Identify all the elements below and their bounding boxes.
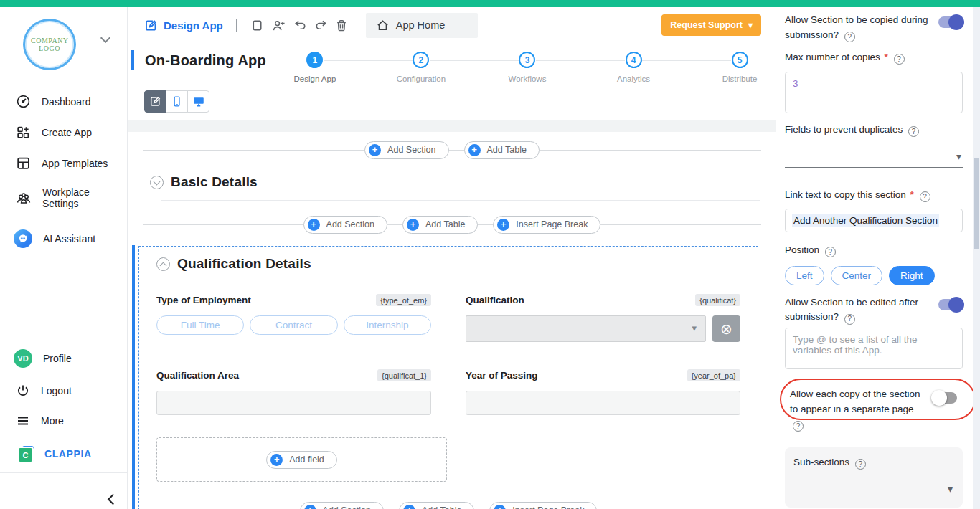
variable-badge: {type_of_em}	[376, 294, 431, 306]
chevron-down-circle-icon[interactable]	[150, 176, 164, 189]
field-year-of-passing[interactable]: Year of Passing {year_of_pa}	[466, 369, 740, 415]
request-support-button[interactable]: Request Support	[661, 14, 761, 36]
clappia-brand[interactable]: CLAPPIA	[0, 436, 128, 472]
field-type-of-employment[interactable]: Type of Employment {type_of_em} Full Tim…	[156, 294, 431, 342]
scrollbar-thumb[interactable]	[974, 158, 979, 249]
variables-hint-textarea[interactable]	[785, 328, 963, 369]
create-app-icon	[16, 125, 31, 140]
sidebar-item-create-app[interactable]: Create App	[0, 117, 127, 148]
prevent-duplicates-dropdown[interactable]	[785, 141, 963, 168]
app-toolbar: Design App App Home Request Support	[128, 7, 776, 43]
undo-icon[interactable]	[293, 19, 307, 32]
clappia-logo-icon	[17, 445, 36, 462]
power-icon	[16, 384, 30, 398]
redo-icon[interactable]	[314, 19, 328, 32]
add-section-button[interactable]: Add Section	[300, 502, 384, 509]
sidebar-item-label: App Templates	[42, 158, 108, 169]
design-app-button[interactable]: Design App	[144, 19, 223, 32]
field-label: Qualification Area	[156, 370, 239, 381]
step-workflows[interactable]: 3 Workflows	[519, 52, 536, 83]
year-of-passing-input[interactable]	[466, 391, 740, 415]
step-label: Design App	[294, 75, 336, 83]
sidebar-item-more[interactable]: More	[0, 406, 128, 436]
option-full-time[interactable]: Full Time	[156, 315, 244, 335]
sidebar-item-dashboard[interactable]: Dashboard	[0, 86, 127, 117]
plus-icon	[497, 219, 509, 231]
delete-icon[interactable]	[335, 19, 348, 32]
link-text-input[interactable]: Add Another Qualification Section	[785, 209, 963, 232]
variable-badge: {year_of_pa}	[687, 369, 740, 381]
add-section-button[interactable]: Add Section	[303, 216, 387, 234]
sidebar-item-app-templates[interactable]: App Templates	[0, 148, 127, 179]
help-icon[interactable]	[825, 247, 836, 257]
insert-page-break-button[interactable]: Insert Page Break	[489, 502, 597, 509]
add-table-label: Add Table	[487, 145, 527, 155]
setting-sub-sections: Sub-sections	[785, 447, 963, 508]
add-field-button[interactable]: Add field	[266, 451, 337, 469]
edit-after-submission-toggle[interactable]	[938, 299, 963, 310]
step-analytics[interactable]: 4 Analytics	[625, 52, 642, 83]
sub-sections-dropdown[interactable]	[793, 473, 954, 500]
option-internship[interactable]: Internship	[344, 315, 431, 335]
edit-view-button[interactable]	[144, 90, 166, 113]
qualification-dropdown[interactable]	[466, 315, 706, 342]
step-number: 2	[413, 52, 429, 68]
desktop-view-button[interactable]	[187, 90, 209, 113]
panel-scrollbar[interactable]	[973, 7, 980, 509]
copy-during-submission-toggle[interactable]	[938, 16, 963, 28]
help-icon[interactable]	[894, 54, 905, 65]
form-canvas: Add Section Add Table Basic Details Add …	[128, 141, 776, 509]
sidebar-item-logout[interactable]: Logout	[0, 376, 128, 406]
step-number: 1	[306, 52, 323, 68]
option-contract[interactable]: Contract	[250, 315, 337, 335]
qualification-area-input[interactable]	[156, 391, 431, 415]
position-left-button[interactable]: Left	[785, 266, 824, 285]
help-icon[interactable]	[855, 459, 866, 470]
add-table-button[interactable]: Add Table	[399, 502, 474, 509]
insert-page-break-button[interactable]: Insert Page Break	[493, 216, 600, 234]
add-table-button[interactable]: Add Table	[464, 141, 540, 159]
section-divider	[161, 200, 760, 201]
field-qualification-area[interactable]: Qualification Area {qualificat_1}	[156, 369, 431, 415]
copy-icon[interactable]	[250, 19, 264, 32]
app-home-tab[interactable]: App Home	[366, 13, 479, 38]
sidebar-item-profile[interactable]: VD Profile	[0, 341, 128, 376]
step-configuration[interactable]: 2 Configuration	[413, 52, 430, 83]
add-user-icon[interactable]	[271, 19, 286, 32]
step-number: 5	[732, 52, 748, 68]
add-section-button[interactable]: Add Section	[364, 141, 448, 159]
insert-row-middle: Add Section Add Table Insert Page Break	[143, 215, 761, 234]
insert-row-bottom: Add Section Add Table Insert Page Break	[154, 501, 743, 509]
separate-page-toggle[interactable]	[933, 392, 957, 404]
add-table-button[interactable]: Add Table	[402, 216, 478, 234]
top-accent-strip	[0, 0, 980, 7]
field-qualification[interactable]: Qualification {qualificat}	[466, 294, 740, 342]
max-copies-input[interactable]: 3	[785, 72, 963, 113]
help-icon[interactable]	[793, 421, 804, 432]
chevron-down-icon[interactable]	[100, 33, 110, 43]
section-qualification-details[interactable]: Qualification Details Type of Employment…	[138, 246, 758, 509]
setting-link-text: Link text to copy this section * Add Ano…	[785, 188, 963, 232]
sidebar-item-ai-assistant[interactable]: AI Assistant	[0, 222, 127, 256]
chevron-up-circle-icon[interactable]	[156, 257, 170, 271]
setting-position: Position Left Center Right	[785, 243, 963, 285]
step-distribute[interactable]: 5 Distribute	[731, 52, 748, 83]
sidebar-item-workplace-settings[interactable]: Workplace Settings	[0, 179, 127, 217]
step-design-app[interactable]: 1 Design App	[306, 52, 324, 83]
position-center-button[interactable]: Center	[831, 266, 883, 285]
setting-label: Max number of copies	[785, 52, 880, 62]
clear-selection-button[interactable]	[712, 315, 740, 342]
plus-icon	[468, 144, 481, 156]
section-settings-panel: Allow Section to be copied during submis…	[776, 7, 973, 509]
help-icon[interactable]	[908, 126, 919, 137]
help-icon[interactable]	[844, 314, 855, 325]
section-divider	[156, 280, 740, 280]
mobile-view-button[interactable]	[166, 90, 188, 113]
section-basic-details[interactable]: Basic Details	[150, 174, 776, 190]
position-right-button[interactable]: Right	[889, 266, 935, 285]
help-icon[interactable]	[920, 191, 930, 202]
collapse-sidebar-icon[interactable]	[108, 494, 119, 505]
view-mode-toggle	[144, 90, 209, 113]
help-icon[interactable]	[844, 32, 855, 42]
qualification-header[interactable]: Qualification Details	[156, 256, 740, 272]
